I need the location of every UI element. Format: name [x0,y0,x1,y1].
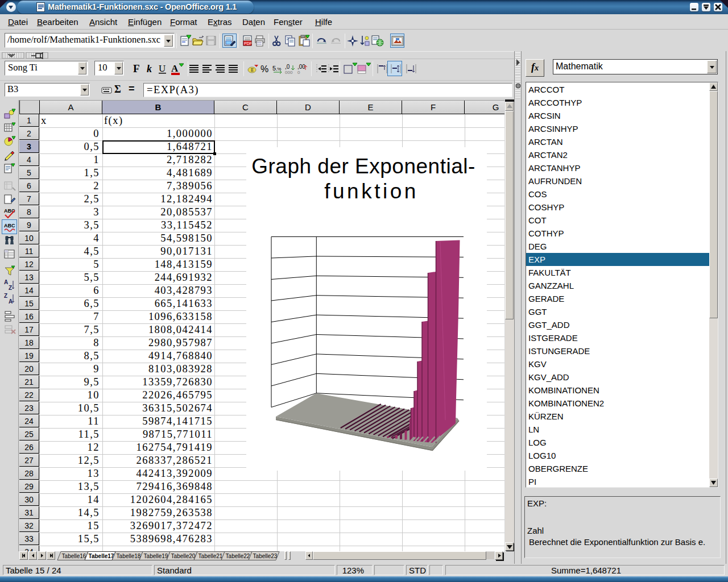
svg-text:Tabelle22: Tabelle22 [226,553,250,559]
svg-text:PDF: PDF [244,41,252,45]
svg-text:Tabelle16: Tabelle16 [62,553,86,559]
svg-text:F: F [133,63,140,74]
svg-text:Graph der Exponential-: Graph der Exponential- [251,155,475,178]
svg-text:Tabelle17: Tabelle17 [89,553,114,559]
svg-text:000: 000 [285,70,293,75]
svg-text:U: U [159,63,166,74]
svg-text:Tabelle20: Tabelle20 [171,553,196,559]
svg-text:Tabelle19: Tabelle19 [144,553,168,559]
svg-text:funktion: funktion [324,180,419,203]
svg-text:A: A [171,63,179,74]
svg-text:0: 0 [297,70,300,75]
svg-text:,0: ,0 [285,64,290,70]
svg-text:Z: Z [9,285,12,291]
svg-text:A: A [4,279,8,285]
svg-text:Tabelle23: Tabelle23 [253,553,278,559]
svg-text:%: % [260,64,268,74]
svg-text:ABC: ABC [4,223,15,228]
svg-text:k: k [147,63,152,74]
svg-text:Tabelle18: Tabelle18 [117,553,141,559]
svg-text:Z: Z [4,293,7,299]
svg-text:Tabelle21: Tabelle21 [198,553,223,559]
